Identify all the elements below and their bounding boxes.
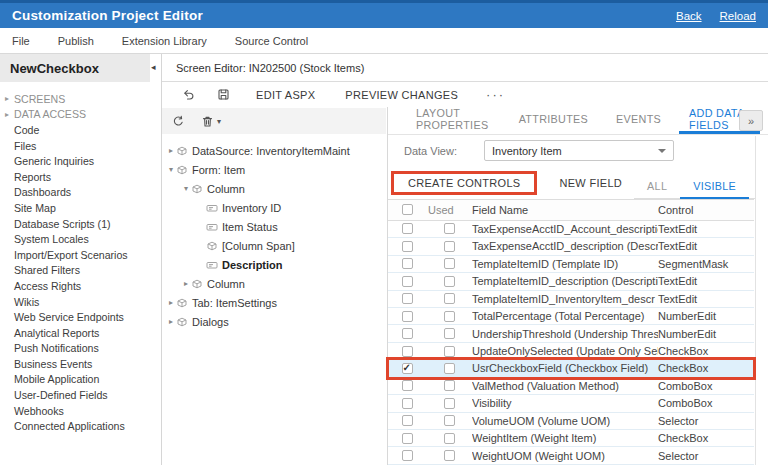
row-used-checkbox[interactable] (444, 328, 455, 339)
row-used-checkbox[interactable] (444, 415, 455, 426)
tree-item-column-1[interactable]: ▾Column (162, 179, 387, 198)
table-row[interactable]: WeightItem (Weight Item)CheckBox (388, 430, 754, 447)
sidebar-item-access-rights[interactable]: Access Rights (0, 278, 150, 294)
row-select-checkbox[interactable] (402, 363, 413, 374)
row-used-checkbox[interactable] (444, 346, 455, 357)
chevron-right-icon[interactable]: ▸ (166, 298, 176, 307)
tab-attributes[interactable]: ATTRIBUTES (509, 107, 598, 134)
row-used-checkbox[interactable] (444, 258, 455, 269)
tree-item-form-item[interactable]: ▾Form: Item (162, 160, 387, 179)
sidebar-item-user-defined-fields[interactable]: User-Defined Fields (0, 387, 150, 403)
tree-item-dialogs[interactable]: ▸Dialogs (162, 312, 387, 331)
preview-changes-button[interactable]: PREVIEW CHANGES (333, 87, 470, 103)
row-select-checkbox[interactable] (402, 433, 413, 444)
refresh-button[interactable] (172, 115, 185, 128)
menu-publish[interactable]: Publish (44, 35, 108, 47)
sidebar-item-screens[interactable]: ▸SCREENS (0, 91, 150, 107)
row-select-checkbox[interactable] (402, 380, 413, 391)
row-used-checkbox[interactable] (444, 450, 455, 461)
chevron-down-icon[interactable]: ▾ (166, 165, 176, 174)
row-used-checkbox[interactable] (444, 380, 455, 391)
filter-tab-visible[interactable]: VISIBLE (680, 174, 749, 199)
chevron-down-icon[interactable]: ▾ (181, 184, 191, 193)
tree-item-datasource[interactable]: ▸DataSource: InventoryItemMaint (162, 141, 387, 160)
chevron-right-icon[interactable]: ▸ (166, 146, 176, 155)
row-select-checkbox[interactable] (402, 415, 413, 426)
chevron-right-icon[interactable]: ▸ (166, 317, 176, 326)
table-row[interactable]: UpdateOnlySelected (Update Only Selected… (388, 343, 754, 360)
back-link[interactable]: Back (676, 10, 702, 22)
sidebar-item-generic-inquiries[interactable]: Generic Inquiries (0, 153, 150, 169)
new-field-button[interactable]: NEW FIELD (547, 174, 634, 192)
row-used-checkbox[interactable] (444, 223, 455, 234)
more-options-button[interactable]: ··· (476, 87, 515, 102)
sidebar-collapse-icon[interactable]: ◂ (151, 62, 156, 72)
row-used-checkbox[interactable] (444, 433, 455, 444)
sidebar-item-import-export-scenarios[interactable]: Import/Export Scenarios (0, 247, 150, 263)
tab-layout-properties[interactable]: LAYOUT PROPERTIES (406, 107, 501, 134)
sidebar-item-mobile-application[interactable]: Mobile Application (0, 372, 150, 388)
sidebar-item-data-access[interactable]: ▸DATA ACCESS (0, 107, 150, 123)
tree-item-item-status[interactable]: Item Status (162, 217, 387, 236)
delete-button[interactable]: ▾ (201, 115, 221, 128)
row-used-checkbox[interactable] (444, 363, 455, 374)
row-select-checkbox[interactable] (402, 328, 413, 339)
tree-item-description[interactable]: Description (162, 255, 387, 274)
row-select-checkbox[interactable] (402, 241, 413, 252)
sidebar-item-business-events[interactable]: Business Events (0, 356, 150, 372)
sidebar-item-analytical-reports[interactable]: Analytical Reports (0, 325, 150, 341)
table-row[interactable]: ValMethod (Valuation Method)ComboBox (388, 378, 754, 395)
sidebar-item-webhooks[interactable]: Webhooks (0, 403, 150, 419)
row-used-checkbox[interactable] (444, 311, 455, 322)
table-row[interactable]: WeightUOM (Weight UOM)Selector (388, 447, 754, 464)
data-view-select[interactable]: Inventory Item (484, 140, 674, 161)
menu-file[interactable]: File (12, 35, 44, 47)
row-select-checkbox[interactable] (402, 450, 413, 461)
row-used-checkbox[interactable] (444, 398, 455, 409)
row-select-checkbox[interactable] (402, 223, 413, 234)
chevron-right-icon[interactable]: ▸ (181, 279, 191, 288)
menu-source-control[interactable]: Source Control (221, 35, 322, 47)
sidebar-item-push-notifications[interactable]: Push Notifications (0, 341, 150, 357)
sidebar-item-reports[interactable]: Reports (0, 169, 150, 185)
sidebar-item-site-map[interactable]: Site Map (0, 200, 150, 216)
filter-tab-all[interactable]: ALL (634, 174, 680, 199)
row-select-checkbox[interactable] (402, 258, 413, 269)
tab-events[interactable]: EVENTS (606, 107, 671, 134)
row-select-checkbox[interactable] (402, 398, 413, 409)
row-select-checkbox[interactable] (402, 311, 413, 322)
sidebar-item-dashboards[interactable]: Dashboards (0, 185, 150, 201)
tree-item-column-span[interactable]: [Column Span] (162, 236, 387, 255)
reload-link[interactable]: Reload (720, 10, 756, 22)
table-row[interactable]: TemplateItemID_InventoryItem_descr (Desc… (388, 291, 754, 308)
save-button[interactable] (209, 86, 238, 103)
sidebar-item-connected-applications[interactable]: Connected Applications (0, 418, 150, 434)
sidebar-item-wikis[interactable]: Wikis (0, 294, 150, 310)
row-select-checkbox[interactable] (402, 346, 413, 357)
select-all-checkbox[interactable] (402, 204, 413, 215)
undo-button[interactable] (174, 86, 203, 103)
sidebar-item-code[interactable]: Code (0, 122, 150, 138)
table-row[interactable]: VisibilityComboBox (388, 395, 754, 412)
table-row[interactable]: TemplateItemID (Template ID)SegmentMask (388, 256, 754, 273)
edit-aspx-button[interactable]: EDIT ASPX (244, 87, 327, 103)
sidebar-item-system-locales[interactable]: System Locales (0, 231, 150, 247)
table-row[interactable]: TaxExpenseAcctID_Account_description (De… (388, 221, 754, 238)
row-select-checkbox[interactable] (402, 293, 413, 304)
sidebar-item-database-scripts[interactable]: Database Scripts (1) (0, 216, 150, 232)
tree-item-tab-itemsettings[interactable]: ▸Tab: ItemSettings (162, 293, 387, 312)
table-row[interactable]: UndershipThreshold (Undership Threshold … (388, 325, 754, 342)
sidebar-item-web-service-endpoints[interactable]: Web Service Endpoints (0, 309, 150, 325)
create-controls-button[interactable]: CREATE CONTROLS (396, 174, 532, 192)
sidebar-item-shared-filters[interactable]: Shared Filters (0, 263, 150, 279)
sidebar-item-files[interactable]: Files (0, 138, 150, 154)
table-row[interactable]: TemplateItemID_description (Description)… (388, 273, 754, 290)
row-used-checkbox[interactable] (444, 276, 455, 287)
tree-item-inventory-id[interactable]: Inventory ID (162, 198, 387, 217)
tree-item-column-2[interactable]: ▸Column (162, 274, 387, 293)
table-row[interactable]: TaxExpenseAcctID_description (Descriptio… (388, 238, 754, 255)
menu-extension-library[interactable]: Extension Library (108, 35, 221, 47)
table-row-usrcheckboxfield[interactable]: UsrCheckboxField (Checkbox Field)CheckBo… (388, 360, 754, 377)
table-row[interactable]: TotalPercentage (Total Percentage)Number… (388, 308, 754, 325)
table-scrollbar[interactable] (755, 136, 768, 465)
